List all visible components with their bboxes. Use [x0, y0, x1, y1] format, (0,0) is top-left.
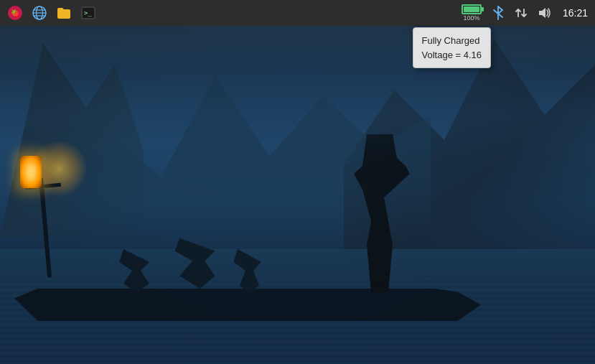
clock[interactable]: 16:21 [560, 7, 591, 19]
battery-percent-label: 100% [463, 15, 479, 22]
battery-icon [462, 4, 482, 14]
web-browser-button[interactable] [29, 3, 50, 23]
volume-button[interactable] [535, 4, 554, 22]
taskbar-right: 100% [459, 3, 591, 23]
tooltip-line1: Fully Charged [422, 35, 480, 46]
folder-icon [56, 5, 72, 21]
boat-body [14, 289, 481, 321]
tooltip-content: Fully Charged Voltage = 4.16 [422, 34, 482, 62]
tooltip-line2: Voltage = 4.16 [422, 50, 482, 60]
raspberry-pi-icon: 🍓 [6, 4, 24, 22]
battery-indicator[interactable]: 100% [459, 3, 484, 23]
network-transfer-button[interactable] [512, 4, 530, 22]
bluetooth-icon [492, 5, 505, 21]
terminal-button[interactable]: >_ [78, 3, 99, 23]
taskbar-left: 🍓 [4, 3, 99, 23]
transfer-icon [515, 5, 528, 21]
desktop: 🍓 [0, 0, 595, 364]
globe-icon [32, 5, 47, 21]
lantern-body [20, 156, 42, 188]
battery-tooltip: Fully Charged Voltage = 4.16 [413, 27, 492, 68]
svg-text:>_: >_ [84, 9, 92, 17]
terminal-icon: >_ [80, 5, 96, 21]
volume-icon [538, 5, 552, 21]
svg-text:🍓: 🍓 [11, 9, 20, 18]
taskbar: 🍓 [0, 0, 595, 26]
raspberry-pi-menu-button[interactable]: 🍓 [4, 3, 26, 23]
file-manager-button[interactable] [53, 3, 75, 23]
bluetooth-button[interactable] [489, 4, 507, 22]
battery-fill [464, 6, 479, 12]
